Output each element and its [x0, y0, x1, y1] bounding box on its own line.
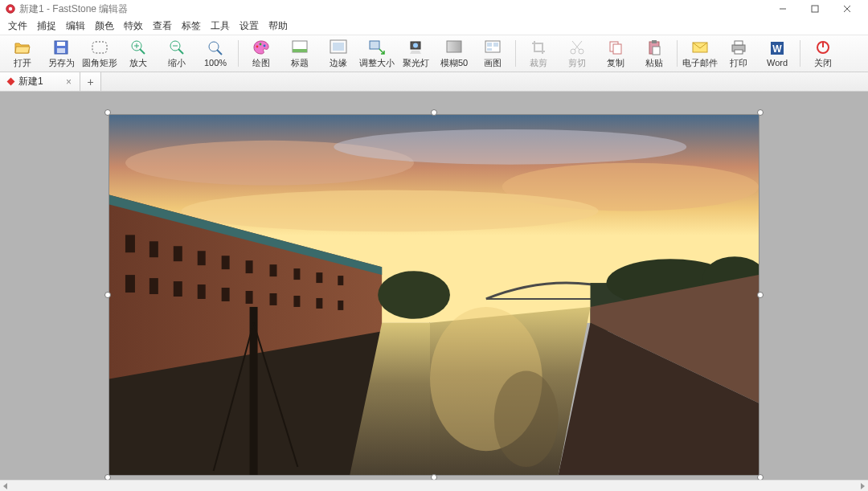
tab-label: 新建1 — [18, 75, 61, 88]
menu-tools[interactable]: 工具 — [211, 19, 230, 33]
printer-icon — [729, 39, 748, 56]
svg-rect-76 — [174, 281, 182, 297]
resize-handle-b[interactable] — [431, 474, 437, 480]
minimize-button[interactable] — [767, 0, 799, 18]
resize-handle-l[interactable] — [104, 292, 111, 298]
svg-rect-83 — [338, 301, 343, 310]
menu-edit[interactable]: 编辑 — [66, 19, 85, 33]
svg-point-85 — [378, 271, 450, 319]
plus-icon: + — [87, 76, 93, 88]
scroll-right-icon[interactable] — [857, 481, 868, 492]
zoom-out-button[interactable]: 缩小 — [158, 37, 196, 70]
menubar: 文件 捕捉 编辑 颜色 特效 查看 标签 工具 设置 帮助 — [0, 18, 868, 35]
close-window-button[interactable] — [831, 0, 863, 18]
zoom-in-button[interactable]: 放大 — [119, 37, 158, 70]
svg-point-55 — [182, 190, 599, 232]
zoom-100-icon — [206, 39, 225, 57]
horizontal-scrollbar[interactable] — [0, 480, 868, 491]
thumbnail-icon — [483, 39, 502, 56]
resize-handle-r[interactable] — [757, 292, 764, 298]
menu-color[interactable]: 颜色 — [95, 19, 114, 33]
spotlight-button[interactable]: 聚光灯 — [396, 37, 435, 70]
zoom-in-icon — [129, 39, 148, 56]
svg-point-89 — [494, 371, 559, 467]
svg-rect-72 — [316, 272, 322, 283]
svg-rect-64 — [125, 235, 135, 252]
image-selection[interactable] — [108, 114, 760, 476]
toolbar-separator — [677, 40, 678, 67]
resize-handle-bl[interactable] — [104, 474, 111, 480]
print-button[interactable]: 打印 — [719, 37, 758, 70]
window-title: 新建1 - FastStone 编辑器 — [19, 2, 128, 16]
svg-rect-80 — [270, 293, 277, 305]
email-button[interactable]: 电子邮件 — [681, 37, 719, 70]
tab-close-icon[interactable]: × — [66, 76, 72, 88]
titlebar: 新建1 - FastStone 编辑器 — [0, 0, 868, 18]
svg-rect-67 — [198, 251, 206, 265]
tab-active[interactable]: 新建1 × — [0, 72, 80, 91]
svg-rect-82 — [316, 298, 322, 309]
scroll-left-icon[interactable] — [0, 481, 11, 492]
svg-rect-77 — [198, 284, 206, 299]
open-button[interactable]: 打开 — [3, 37, 42, 70]
svg-rect-74 — [125, 275, 135, 293]
svg-rect-45 — [735, 41, 743, 45]
edge-icon — [329, 39, 348, 56]
edge-button[interactable]: 边缘 — [319, 37, 358, 70]
svg-rect-32 — [493, 43, 498, 47]
caption-icon — [290, 39, 309, 56]
svg-rect-33 — [487, 48, 492, 51]
svg-line-11 — [140, 49, 145, 54]
svg-rect-42 — [653, 47, 660, 55]
canvas-area[interactable] — [0, 92, 868, 480]
resize-handle-br[interactable] — [757, 474, 764, 480]
resize-handle-t[interactable] — [431, 109, 437, 116]
thumbnail-button[interactable]: 画图 — [473, 37, 512, 70]
svg-rect-78 — [222, 288, 230, 301]
maximize-button[interactable] — [799, 0, 831, 18]
menu-file[interactable]: 文件 — [8, 19, 27, 33]
crop-button[interactable]: 裁剪 — [519, 37, 558, 70]
word-icon: W — [768, 39, 787, 57]
blur-button[interactable]: 模糊50 — [435, 37, 473, 70]
draw-button[interactable]: 绘图 — [242, 37, 280, 70]
copy-button[interactable]: 复制 — [596, 37, 635, 70]
crop-icon — [529, 39, 548, 56]
scroll-track[interactable] — [11, 481, 857, 492]
menu-effects[interactable]: 特效 — [124, 19, 143, 33]
svg-rect-79 — [246, 291, 253, 304]
save-as-button[interactable]: 另存为 — [42, 37, 80, 70]
menu-tags[interactable]: 标签 — [182, 19, 201, 33]
round-rect-button[interactable]: 圆角矩形 — [80, 37, 119, 70]
menu-view[interactable]: 查看 — [153, 19, 172, 33]
svg-rect-70 — [270, 264, 277, 276]
word-button[interactable]: W Word — [758, 37, 796, 70]
menu-settings[interactable]: 设置 — [240, 19, 259, 33]
paste-icon — [645, 39, 664, 56]
svg-line-15 — [178, 49, 183, 54]
power-icon — [813, 39, 833, 56]
cut-button[interactable]: 剪切 — [558, 37, 596, 70]
rounded-rect-icon — [90, 39, 109, 56]
svg-rect-23 — [293, 49, 307, 52]
resize-handle-tl[interactable] — [104, 109, 111, 116]
resize-button[interactable]: 调整大小 — [358, 37, 396, 70]
svg-point-19 — [256, 45, 259, 47]
resize-handle-tr[interactable] — [757, 109, 764, 116]
menu-help[interactable]: 帮助 — [268, 19, 288, 33]
menu-capture[interactable]: 捕捉 — [37, 19, 56, 33]
svg-rect-65 — [149, 241, 158, 257]
app-icon — [5, 3, 16, 14]
image-content[interactable] — [108, 114, 760, 476]
paste-button[interactable]: 粘贴 — [635, 37, 674, 70]
tabbar: 新建1 × + — [0, 72, 868, 92]
svg-rect-41 — [652, 40, 657, 43]
close-button[interactable]: 关闭 — [804, 37, 842, 70]
zoom-100-button[interactable]: 100% — [196, 37, 235, 70]
svg-rect-46 — [735, 50, 743, 54]
svg-point-53 — [334, 129, 686, 165]
new-tab-button[interactable]: + — [80, 72, 101, 91]
toolbar-separator — [515, 40, 516, 67]
caption-button[interactable]: 标题 — [280, 37, 319, 70]
svg-rect-29 — [447, 41, 461, 52]
